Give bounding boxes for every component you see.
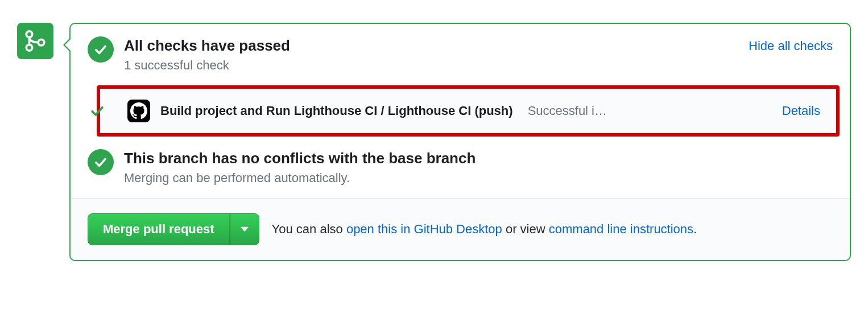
merge-hint-mid: or view [502, 222, 549, 236]
open-in-desktop-link[interactable]: open this in GitHub Desktop [346, 222, 502, 236]
check-status-text: Successful i… [528, 104, 607, 118]
merge-hint-text: You can also open this in GitHub Desktop… [272, 222, 697, 237]
checkmark-icon [93, 155, 108, 170]
checks-subtitle: 1 successful check [124, 58, 738, 73]
success-badge [88, 149, 114, 175]
checks-summary-body: All checks have passed 1 successful chec… [124, 36, 738, 73]
merge-pull-request-button[interactable]: Merge pull request [88, 213, 230, 245]
github-icon [130, 102, 147, 119]
checks-title: All checks have passed [124, 36, 738, 56]
merge-panel: All checks have passed 1 successful chec… [69, 23, 851, 261]
conflicts-body: This branch has no conflicts with the ba… [124, 149, 833, 185]
checks-summary-section: All checks have passed 1 successful chec… [71, 24, 850, 85]
github-actions-avatar [127, 100, 150, 122]
check-status-icon-wrap [77, 103, 117, 119]
merge-action-section: Merge pull request You can also open thi… [71, 198, 850, 260]
merge-button-group: Merge pull request [88, 213, 259, 245]
conflicts-title: This branch has no conflicts with the ba… [124, 149, 833, 168]
checkmark-icon [89, 103, 105, 119]
git-merge-icon [23, 29, 47, 53]
svg-point-0 [26, 31, 32, 38]
merge-panel-container: All checks have passed 1 successful chec… [17, 9, 851, 261]
check-details-link[interactable]: Details [782, 104, 820, 118]
merge-options-dropdown-button[interactable] [230, 213, 259, 245]
check-row[interactable]: Build project and Run Lighthouse CI / Li… [100, 89, 836, 133]
merge-timeline-badge [17, 23, 53, 59]
conflicts-section: This branch has no conflicts with the ba… [71, 137, 850, 198]
toggle-checks-link[interactable]: Hide all checks [749, 39, 833, 53]
checkmark-icon [93, 42, 108, 57]
conflicts-subtitle: Merging can be performed automatically. [124, 171, 833, 185]
check-name: Build project and Run Lighthouse CI / Li… [160, 104, 513, 118]
checks-list: Build project and Run Lighthouse CI / Li… [71, 85, 850, 137]
highlighted-check-row: Build project and Run Lighthouse CI / Li… [97, 85, 840, 137]
svg-point-2 [38, 39, 44, 46]
command-line-instructions-link[interactable]: command line instructions [549, 222, 693, 236]
caret-down-icon [241, 226, 249, 232]
merge-hint-suffix: . [693, 222, 697, 236]
success-badge [88, 36, 114, 63]
merge-hint-prefix: You can also [272, 222, 346, 236]
svg-point-1 [26, 45, 32, 51]
